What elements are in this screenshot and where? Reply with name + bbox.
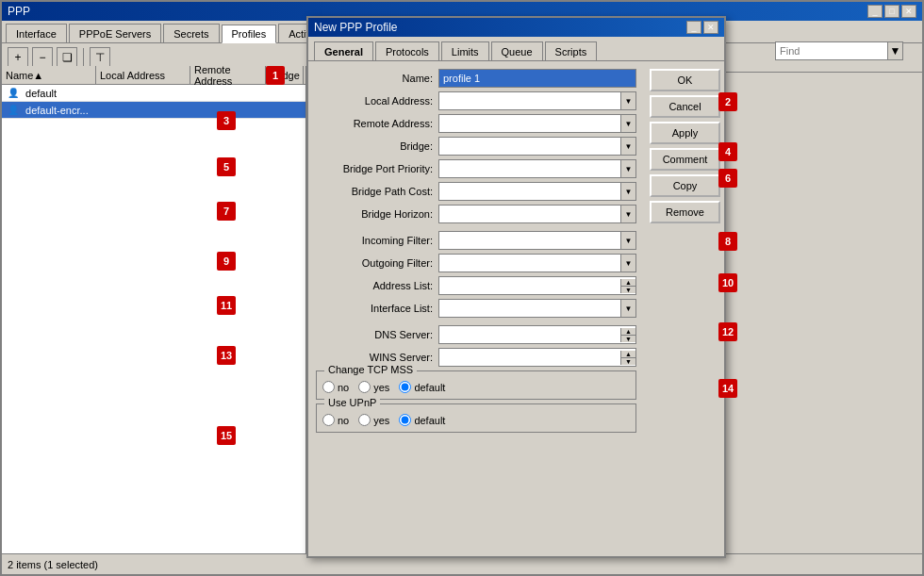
- wins-server-down[interactable]: ▼: [621, 358, 635, 365]
- add-button[interactable]: +: [8, 47, 28, 68]
- dialog-tab-scripts[interactable]: Scripts: [545, 41, 598, 60]
- address-list-label: Address List:: [316, 280, 438, 291]
- bridge-label: Bridge:: [316, 140, 438, 152]
- bridge-port-priority-select[interactable]: ▼: [438, 159, 636, 178]
- col-header-local[interactable]: Local Address: [96, 66, 190, 84]
- dialog-minimize-button[interactable]: _: [686, 21, 701, 34]
- remote-address-row: Remote Address: ▼: [316, 114, 636, 133]
- tab-secrets[interactable]: Secrets: [163, 24, 219, 42]
- incoming-filter-label: Incoming Filter:: [316, 235, 438, 246]
- annotation-8: 8: [718, 232, 737, 251]
- dns-server-spinner[interactable]: ▲ ▼: [620, 328, 635, 342]
- tcp-mss-title: Change TCP MSS: [324, 364, 417, 375]
- dialog-tab-queue[interactable]: Queue: [491, 41, 543, 60]
- bridge-horizon-select[interactable]: ▼: [438, 205, 636, 223]
- bridge-path-cost-select[interactable]: ▼: [438, 182, 636, 201]
- address-list-row: Address List: ▲ ▼: [316, 276, 636, 295]
- upnp-no-radio[interactable]: [322, 414, 335, 426]
- toolbar-remove-button[interactable]: −: [32, 47, 53, 68]
- local-address-dropdown[interactable]: ▼: [620, 92, 635, 109]
- tcp-mss-default[interactable]: default: [399, 381, 445, 393]
- tcp-mss-no[interactable]: no: [322, 381, 349, 393]
- table-header: Name ▲ Local Address Remote Address Brid…: [2, 66, 305, 85]
- dialog-close-button[interactable]: ✕: [703, 21, 718, 34]
- toolbar-copy-button[interactable]: ❏: [57, 47, 77, 68]
- upnp-default-radio[interactable]: [399, 414, 411, 426]
- close-button[interactable]: ✕: [901, 5, 916, 18]
- remove-button[interactable]: Remove: [650, 201, 720, 223]
- wins-server-up[interactable]: ▲: [621, 351, 635, 358]
- bridge-path-cost-dropdown[interactable]: ▼: [620, 183, 635, 200]
- incoming-filter-row: Incoming Filter: ▼: [316, 231, 636, 250]
- interface-list-dropdown[interactable]: ▼: [620, 300, 635, 317]
- upnp-no[interactable]: no: [322, 414, 349, 426]
- filter-button[interactable]: ⊤: [90, 47, 110, 68]
- upnp-yes-radio[interactable]: [358, 414, 371, 426]
- address-list-spinner[interactable]: ▲ ▼: [620, 279, 635, 293]
- bridge-dropdown[interactable]: ▼: [620, 138, 635, 155]
- outgoing-filter-select[interactable]: ▼: [438, 254, 636, 272]
- new-ppp-profile-dialog: New PPP Profile _ ✕ General Protocols Li…: [306, 16, 726, 558]
- dns-server-select[interactable]: ▲ ▼: [438, 325, 636, 344]
- dialog-tabs: General Protocols Limits Queue Scripts: [308, 37, 724, 61]
- table-row[interactable]: 👤 default: [2, 85, 305, 102]
- ok-button[interactable]: OK: [650, 69, 720, 91]
- wins-server-spinner[interactable]: ▲ ▼: [620, 351, 635, 365]
- bridge-horizon-dropdown[interactable]: ▼: [620, 206, 635, 222]
- minimize-button[interactable]: _: [867, 5, 883, 18]
- address-list-down[interactable]: ▼: [621, 287, 635, 293]
- dns-server-down[interactable]: ▼: [621, 336, 635, 342]
- tab-interface[interactable]: Interface: [6, 24, 67, 42]
- dialog-tab-general[interactable]: General: [314, 41, 373, 60]
- bridge-horizon-label: Bridge Horizon:: [316, 208, 438, 220]
- copy-button[interactable]: Copy: [650, 174, 720, 197]
- address-list-select[interactable]: ▲ ▼: [438, 276, 636, 295]
- toolbar-separator: [83, 48, 84, 67]
- name-label: Name:: [316, 73, 438, 84]
- tab-pppoe-servers[interactable]: PPPoE Servers: [69, 24, 161, 42]
- comment-button[interactable]: Comment: [650, 148, 720, 171]
- tab-profiles[interactable]: Profiles: [222, 25, 277, 43]
- upnp-yes[interactable]: yes: [358, 414, 389, 426]
- table-row[interactable]: 👤 default-encr...: [2, 102, 305, 119]
- bridge-row: Bridge: ▼: [316, 137, 636, 156]
- maximize-button[interactable]: □: [884, 5, 899, 18]
- wins-server-select[interactable]: ▲ ▼: [438, 348, 636, 367]
- find-dropdown-arrow[interactable]: ▼: [888, 41, 903, 60]
- tcp-mss-yes-radio[interactable]: [358, 381, 371, 393]
- remote-address-dropdown[interactable]: ▼: [620, 115, 635, 132]
- find-input[interactable]: [775, 41, 888, 60]
- main-title: PPP: [8, 5, 30, 18]
- annotation-11: 11: [217, 296, 236, 315]
- dialog-title: New PPP Profile: [314, 21, 397, 34]
- bridge-port-priority-dropdown[interactable]: ▼: [620, 160, 635, 177]
- annotation-2: 2: [718, 92, 737, 111]
- dialog-tab-protocols[interactable]: Protocols: [375, 41, 439, 60]
- bridge-port-priority-label: Bridge Port Priority:: [316, 163, 438, 174]
- annotation-4: 4: [718, 142, 737, 161]
- address-list-up[interactable]: ▲: [621, 279, 635, 287]
- local-address-select[interactable]: ▼: [438, 91, 636, 110]
- dns-server-up[interactable]: ▲: [621, 328, 635, 336]
- col-header-name[interactable]: Name ▲: [2, 66, 96, 84]
- local-address-label: Local Address:: [316, 95, 438, 107]
- upnp-default[interactable]: default: [399, 414, 445, 426]
- tcp-mss-yes[interactable]: yes: [358, 381, 389, 393]
- main-window: PPP _ □ ✕ Interface PPPoE Servers Secret…: [0, 0, 924, 576]
- incoming-filter-dropdown[interactable]: ▼: [620, 232, 635, 249]
- cancel-button[interactable]: Cancel: [650, 95, 720, 118]
- apply-button[interactable]: Apply: [650, 122, 720, 144]
- bridge-path-cost-row: Bridge Path Cost: ▼: [316, 182, 636, 201]
- tcp-mss-no-radio[interactable]: [322, 381, 335, 393]
- bridge-select[interactable]: ▼: [438, 137, 636, 156]
- col-header-remote[interactable]: Remote Address: [190, 66, 266, 84]
- name-input[interactable]: [438, 69, 636, 88]
- outgoing-filter-dropdown[interactable]: ▼: [620, 255, 635, 272]
- interface-list-select[interactable]: ▼: [438, 299, 636, 318]
- tcp-mss-default-radio[interactable]: [399, 381, 411, 393]
- bridge-port-priority-row: Bridge Port Priority: ▼: [316, 159, 636, 178]
- user-lock-icon: 👤: [6, 103, 21, 118]
- remote-address-select[interactable]: ▼: [438, 114, 636, 133]
- dialog-tab-limits[interactable]: Limits: [441, 41, 489, 60]
- incoming-filter-select[interactable]: ▼: [438, 231, 636, 250]
